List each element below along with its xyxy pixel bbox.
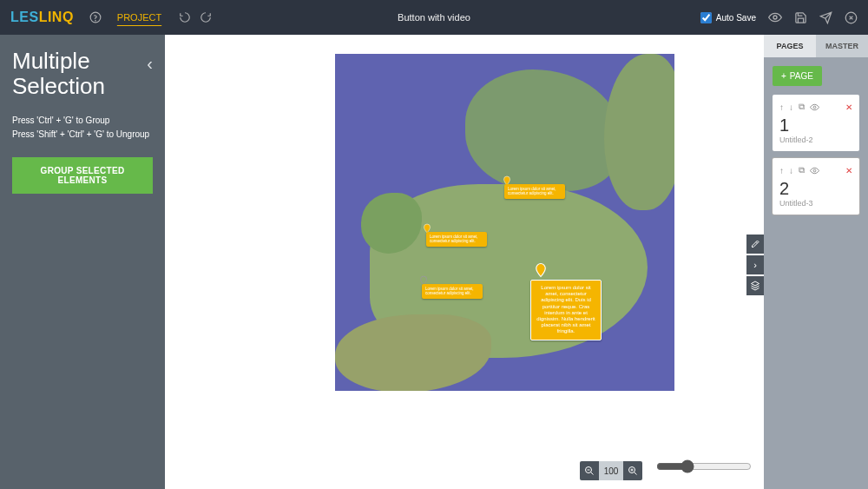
delete-icon[interactable]: ✕ (845, 102, 852, 112)
zoom-value[interactable]: 100 (599, 461, 623, 480)
svg-point-2 (773, 16, 777, 19)
canvas[interactable]: Lorem ipsum dolor sit amet, consectetur … (335, 54, 674, 391)
logo: LESLINQ (10, 10, 74, 25)
autosave-checkbox[interactable] (700, 12, 712, 23)
svg-point-1 (95, 20, 96, 21)
zoom-slider[interactable] (656, 459, 752, 477)
layers-icon[interactable] (746, 276, 764, 295)
visibility-icon[interactable] (810, 102, 819, 112)
visibility-icon[interactable] (810, 166, 819, 175)
undo-icon[interactable] (179, 11, 191, 23)
tab-pages[interactable]: PAGES (764, 35, 816, 57)
canvas-area[interactable]: Lorem ipsum dolor sit amet, consectetur … (165, 35, 764, 489)
share-icon[interactable] (819, 11, 832, 24)
page-name: Untitled-3 (779, 199, 852, 208)
move-up-icon[interactable]: ↑ (779, 166, 784, 175)
page-number: 2 (779, 179, 852, 199)
left-panel: Multiple Selection ‹ Press 'Ctrl' + 'G' … (0, 35, 165, 489)
save-icon[interactable] (794, 11, 807, 24)
page-name: Untitled-2 (779, 135, 852, 144)
help-icon[interactable] (89, 11, 102, 23)
page-thumbnail[interactable]: ↑ ↓ ⧉ ✕ 1 Untitled-2 (773, 95, 859, 151)
panel-title: Multiple Selection (12, 49, 153, 98)
move-down-icon[interactable]: ↓ (789, 102, 793, 112)
svg-point-25 (813, 169, 816, 172)
panel-tabs: PAGES MASTER (764, 35, 868, 57)
group-selected-button[interactable]: GROUP SELECTED ELEMENTS (12, 157, 153, 194)
project-link[interactable]: PROJECT (117, 12, 161, 23)
move-down-icon[interactable]: ↓ (789, 166, 793, 175)
redo-icon[interactable] (200, 11, 212, 23)
map-callout-selected[interactable]: Lorem ipsum dolor sit amet, consectetur … (530, 280, 602, 340)
zoom-in-icon[interactable] (623, 461, 642, 480)
back-chevron-icon[interactable]: ‹ (147, 54, 153, 74)
close-icon[interactable] (845, 11, 858, 24)
app-header: LESLINQ PROJECT Button with video Auto S… (0, 0, 868, 35)
expand-panel-icon[interactable]: › (746, 255, 764, 274)
svg-point-24 (813, 106, 816, 109)
right-dock: › (746, 235, 764, 297)
autosave-label: Auto Save (716, 13, 756, 23)
map-image: Lorem ipsum dolor sit amet, consectetur … (335, 54, 674, 391)
delete-icon[interactable]: ✕ (845, 166, 852, 175)
pages-panel: PAGES MASTER +PAGE ↑ ↓ ⧉ ✕ 1 Untitled-2 … (764, 35, 868, 489)
tools-icon[interactable] (746, 235, 764, 254)
plus-icon: + (781, 71, 786, 81)
document-title: Button with video (398, 12, 470, 23)
group-hint: Press 'Ctrl' + 'G' to Group Press 'Shift… (12, 114, 153, 142)
duplicate-icon[interactable]: ⧉ (799, 102, 805, 112)
map-callout[interactable]: Lorem ipsum dolor sit amet, consectetur … (504, 184, 565, 199)
page-thumbnail[interactable]: ↑ ↓ ⧉ ✕ 2 Untitled-3 (773, 158, 859, 215)
add-page-button[interactable]: +PAGE (773, 66, 822, 86)
map-callout[interactable]: Lorem ipsum dolor sit amet, consectetur … (422, 284, 483, 299)
header-right-tools: Auto Save (700, 10, 858, 24)
move-up-icon[interactable]: ↑ (779, 102, 784, 112)
page-number: 1 (779, 116, 852, 135)
tab-master[interactable]: MASTER (816, 35, 868, 57)
duplicate-icon[interactable]: ⧉ (799, 165, 805, 175)
map-callout[interactable]: Lorem ipsum dolor sit amet, consectetur … (426, 232, 487, 247)
zoom-control: 100 (580, 461, 642, 480)
preview-icon[interactable] (768, 10, 782, 24)
zoom-out-icon[interactable] (580, 461, 599, 480)
map-pin[interactable] (533, 262, 549, 278)
undo-redo-group (179, 11, 212, 23)
autosave-toggle[interactable]: Auto Save (700, 12, 756, 23)
